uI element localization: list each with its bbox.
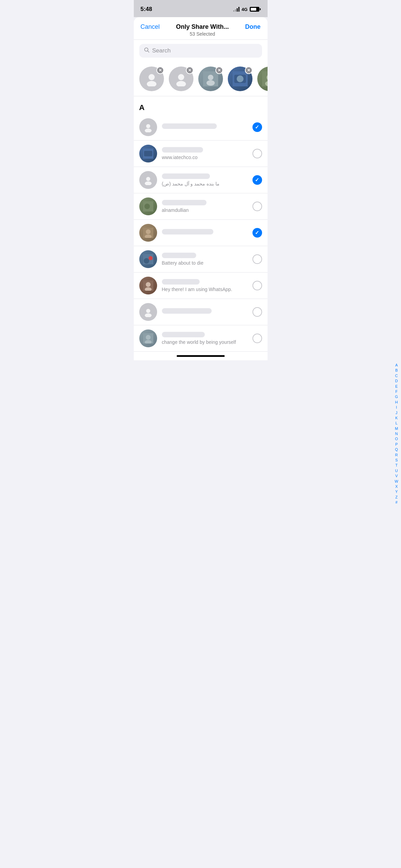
- check-button[interactable]: [252, 175, 262, 185]
- check-button[interactable]: [252, 149, 262, 158]
- svg-point-30: [146, 282, 151, 287]
- check-button[interactable]: [252, 228, 262, 238]
- home-indicator: [134, 352, 268, 360]
- status-bar: 5:48 4G 76: [134, 0, 268, 17]
- title-block: Only Share With... 53 Selected: [176, 23, 229, 37]
- avatar: [139, 303, 157, 321]
- contact-info: www.iatechco.co: [162, 147, 248, 160]
- avatar: [139, 329, 157, 347]
- search-bar[interactable]: Search: [139, 44, 262, 58]
- selected-avatar: ✕: [257, 67, 268, 91]
- search-placeholder: Search: [152, 47, 171, 54]
- contact-name: [162, 229, 213, 234]
- selected-avatar: ✕: [228, 67, 252, 91]
- svg-point-32: [146, 309, 150, 313]
- done-button[interactable]: Done: [245, 23, 261, 31]
- contact-subtext: change the world by being yourself: [162, 339, 248, 345]
- svg-point-33: [145, 313, 152, 317]
- avatar: [139, 171, 157, 189]
- contact-name: [162, 200, 207, 205]
- contact-info: alnamdullian: [162, 200, 248, 213]
- contact-info: Hey there! I am using WhatsApp.: [162, 279, 248, 292]
- remove-button[interactable]: ✕: [186, 67, 193, 74]
- contact-info: [162, 308, 248, 316]
- contact-row[interactable]: [134, 299, 268, 325]
- contact-row[interactable]: Battery about to die: [134, 246, 268, 273]
- check-button[interactable]: [252, 334, 262, 343]
- contact-name: [162, 308, 212, 314]
- contact-name: [162, 279, 200, 285]
- svg-rect-18: [144, 151, 152, 156]
- contact-info: [162, 229, 248, 237]
- contact-name: [162, 332, 205, 337]
- search-icon: [144, 47, 150, 54]
- svg-point-22: [144, 204, 150, 209]
- status-time: 5:48: [141, 6, 152, 13]
- contact-info: Battery about to die: [162, 253, 248, 266]
- remove-button[interactable]: ✕: [215, 67, 223, 74]
- svg-point-8: [207, 80, 215, 86]
- check-button[interactable]: [252, 122, 262, 132]
- contact-info: ما بنده محمد و آل محمد (ص): [162, 173, 248, 186]
- contact-subtext: www.iatechco.co: [162, 155, 248, 160]
- svg-point-19: [146, 177, 150, 181]
- share-sheet: Cancel Only Share With... 53 Selected Do…: [134, 17, 268, 360]
- contact-info: [162, 123, 248, 131]
- nav-header: Cancel Only Share With... 53 Selected Do…: [134, 17, 268, 40]
- contact-name: [162, 147, 203, 153]
- section-header-a: A: [134, 96, 268, 114]
- svg-point-28: [149, 256, 153, 260]
- battery-icon: 76: [250, 7, 261, 12]
- svg-point-3: [147, 81, 156, 86]
- avatar: [139, 197, 157, 215]
- check-button[interactable]: [252, 254, 262, 264]
- contact-row[interactable]: [134, 220, 268, 246]
- network-label: 4G: [241, 7, 247, 12]
- contact-row[interactable]: alnamdullian: [134, 193, 268, 220]
- svg-point-5: [176, 81, 186, 86]
- contact-row[interactable]: [134, 114, 268, 141]
- contact-info: change the world by being yourself: [162, 332, 248, 345]
- selected-count: 53 Selected: [176, 31, 229, 37]
- contact-subtext: alnamdullian: [162, 207, 248, 213]
- contact-row[interactable]: change the world by being yourself: [134, 325, 268, 352]
- svg-point-2: [149, 74, 155, 80]
- svg-point-4: [178, 74, 184, 80]
- svg-point-7: [208, 75, 213, 80]
- svg-point-24: [146, 229, 151, 234]
- sheet-title: Only Share With...: [176, 23, 229, 31]
- svg-point-15: [146, 124, 150, 128]
- contact-subtext: Battery about to die: [162, 260, 248, 266]
- check-button[interactable]: [252, 281, 262, 290]
- remove-button[interactable]: ✕: [156, 67, 164, 74]
- contact-row[interactable]: Hey there! I am using WhatsApp.: [134, 273, 268, 299]
- selected-avatar: ✕: [198, 67, 223, 91]
- contact-list: www.iatechco.co ما بنده محمد و آل محمد (…: [134, 114, 268, 352]
- avatar: [139, 224, 157, 242]
- avatar: [139, 145, 157, 162]
- contact-subtext: ما بنده محمد و آل محمد (ص): [162, 181, 248, 186]
- svg-point-20: [145, 181, 152, 185]
- contact-row[interactable]: www.iatechco.co: [134, 141, 268, 167]
- svg-point-35: [146, 335, 151, 340]
- remove-button[interactable]: ✕: [245, 67, 252, 74]
- contact-subtext: Hey there! I am using WhatsApp.: [162, 287, 248, 292]
- avatar: [139, 250, 157, 268]
- home-bar: [177, 355, 225, 357]
- contact-row[interactable]: ما بنده محمد و آل محمد (ص): [134, 167, 268, 193]
- cancel-button[interactable]: Cancel: [141, 23, 160, 31]
- search-container: Search: [134, 40, 268, 62]
- signal-icon: [233, 7, 239, 12]
- selected-avatars-row: ✕ ✕ ✕: [134, 62, 268, 96]
- check-button[interactable]: [252, 307, 262, 317]
- contact-name: [162, 173, 210, 179]
- selected-avatar: ✕: [139, 67, 164, 91]
- avatar: [139, 118, 157, 136]
- avatar: [257, 67, 268, 91]
- svg-point-27: [144, 258, 149, 264]
- selected-avatar: ✕: [169, 67, 193, 91]
- check-button[interactable]: [252, 202, 262, 211]
- status-icons: 4G 76: [233, 7, 260, 12]
- svg-point-11: [237, 75, 244, 82]
- contact-name: [162, 123, 217, 129]
